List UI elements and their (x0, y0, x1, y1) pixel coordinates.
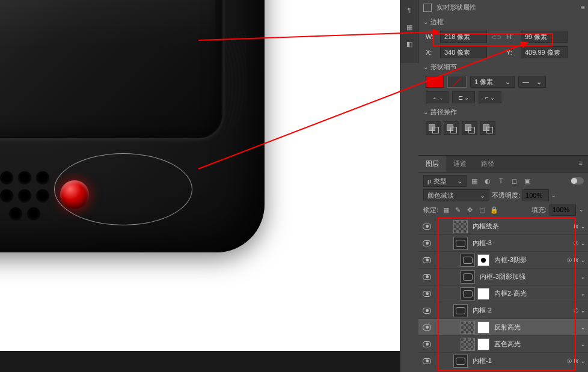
filter-smart-icon[interactable]: ▣ (522, 175, 533, 186)
layer-name-text[interactable]: 内框-3阴影加强 (480, 272, 525, 281)
layer-thumbnail[interactable] (453, 355, 468, 368)
panel-menu-icon[interactable]: ≡ (581, 4, 585, 11)
mask-thumbnail[interactable] (477, 288, 489, 300)
chevron-down-icon[interactable]: ⌄ (580, 240, 585, 246)
path-exclude-icon[interactable] (480, 121, 495, 135)
chevron-down-icon[interactable]: ⌄ (580, 341, 585, 347)
filter-adjust-icon[interactable]: ◐ (482, 175, 493, 186)
layer-item[interactable]: 内框线条fx⌄ (418, 218, 588, 235)
x-input[interactable] (440, 46, 487, 58)
mask-thumbnail[interactable] (477, 338, 489, 350)
stroke-width-dropdown[interactable]: 1 像素⌄ (470, 76, 515, 88)
filter-shape-icon[interactable]: ◻ (509, 175, 519, 186)
stroke-dash-dropdown[interactable]: —⌄ (518, 76, 546, 88)
chevron-down-icon[interactable]: ⌄ (580, 358, 585, 364)
layer-thumbnail[interactable] (453, 304, 468, 317)
layer-thumbnail[interactable] (453, 220, 468, 233)
panel-menu-icon[interactable]: ≡ (573, 156, 588, 172)
eye-icon (423, 325, 431, 331)
visibility-toggle[interactable] (418, 302, 435, 319)
layer-item[interactable]: 反射高光⌄ (418, 319, 588, 336)
layer-item[interactable]: 内框-3⦾⌄ (418, 235, 588, 252)
align-edges-btn[interactable]: ⫠ ⌄ (426, 91, 449, 103)
chevron-down-icon[interactable]: ⌄ (580, 290, 585, 297)
link-icon: ⦾ (567, 257, 572, 264)
y-input[interactable] (521, 46, 568, 58)
adjustments-icon[interactable]: ◧ (403, 37, 416, 50)
layer-thumbnail[interactable] (453, 237, 468, 250)
layer-thumbnail[interactable] (461, 270, 475, 284)
link-wh-icon[interactable]: ⊂⊃ (491, 34, 503, 40)
layer-name-text[interactable]: 内框2-高光 (494, 289, 527, 298)
lock-artboard-icon[interactable]: ▢ (477, 206, 486, 214)
visibility-toggle[interactable] (418, 235, 435, 251)
layer-name-text[interactable]: 内框-1 (473, 356, 492, 365)
tab-paths[interactable]: 路径 (474, 156, 501, 172)
cap-style-btn[interactable]: ⊏ ⌄ (452, 91, 475, 103)
layer-item[interactable]: 内框-1⦾fx⌄ (418, 353, 588, 368)
bounds-section-header[interactable]: 边框 (418, 15, 588, 29)
chevron-down-icon[interactable]: ⌄ (580, 223, 585, 230)
path-combine-icon[interactable] (426, 121, 441, 135)
layer-thumbnail[interactable] (461, 287, 475, 300)
path-ops-section-header[interactable]: 路径操作 (418, 105, 588, 119)
layer-thumbnail[interactable] (461, 254, 475, 267)
layer-thumbnail[interactable] (461, 338, 475, 351)
visibility-toggle[interactable] (418, 319, 435, 335)
fx-badge[interactable]: fx (574, 223, 578, 230)
visibility-toggle[interactable] (418, 252, 435, 268)
link-icon: ⦾ (567, 358, 572, 365)
mask-thumbnail[interactable] (477, 322, 489, 334)
visibility-toggle[interactable] (418, 285, 435, 302)
lock-label: 锁定: (423, 206, 438, 215)
canvas-area[interactable] (0, 0, 400, 372)
mask-thumbnail[interactable] (477, 254, 489, 266)
tab-layers[interactable]: 图层 (418, 156, 446, 172)
filter-pixel-icon[interactable]: ▦ (469, 175, 480, 186)
layer-list[interactable]: 内框线条fx⌄内框-3⦾⌄内框-3阴影⦾fx⌄内框-3阴影加强⌄内框2-高光⌄内… (418, 218, 588, 368)
layer-item[interactable]: 内框-3阴影⦾fx⌄ (418, 252, 588, 269)
layer-item[interactable]: 蓝色高光⌄ (418, 336, 588, 353)
visibility-toggle[interactable] (418, 218, 435, 234)
layer-item[interactable]: 内框-3阴影加强⌄ (418, 269, 588, 285)
visibility-toggle[interactable] (418, 353, 435, 368)
stroke-style-picker[interactable] (447, 76, 467, 88)
chevron-down-icon[interactable]: ⌄ (580, 307, 585, 314)
layer-name-text[interactable]: 内框-2 (473, 306, 492, 315)
fx-badge[interactable]: fx (574, 257, 578, 263)
visibility-toggle[interactable] (418, 269, 435, 285)
filter-type-icon[interactable]: T (495, 175, 506, 186)
visibility-toggle[interactable] (418, 336, 435, 352)
chevron-down-icon[interactable]: ⌄ (580, 273, 585, 280)
blend-mode-select[interactable]: 颜色减淡⌄ (423, 189, 489, 201)
chevron-down-icon[interactable]: ⌄ (580, 324, 585, 331)
layer-item[interactable]: 内框-2⦾⌄ (418, 302, 588, 319)
fill-input[interactable] (550, 204, 576, 216)
lock-all-icon[interactable]: 🔒 (489, 206, 498, 214)
join-style-btn[interactable]: ⌐ ⌄ (479, 91, 501, 103)
path-subtract-icon[interactable] (444, 121, 459, 135)
layer-item[interactable]: 内框2-高光⌄ (418, 285, 588, 302)
lock-transparency-icon[interactable]: ▦ (441, 206, 450, 214)
layer-name-text[interactable]: 蓝色高光 (494, 340, 521, 349)
layer-filter-type[interactable]: ρ 类型 ⌄ (423, 175, 467, 187)
layer-name-text[interactable]: 反射高光 (494, 323, 521, 332)
fx-badge[interactable]: fx (574, 358, 578, 364)
layer-name-text[interactable]: 内框-3 (473, 239, 492, 248)
layer-thumbnail[interactable] (461, 321, 475, 334)
filter-toggle[interactable] (571, 177, 584, 184)
lock-position-icon[interactable]: ✥ (465, 206, 474, 214)
paragraph-icon[interactable]: ¶ (403, 4, 416, 17)
width-input[interactable] (440, 31, 487, 43)
layers-panel: 图层 通道 路径 ≡ ρ 类型 ⌄ ▦ ◐ T ◻ ▣ 颜色减淡⌄ 不透明度 (418, 155, 588, 372)
shape-properties-icon (423, 4, 432, 12)
chevron-down-icon[interactable]: ⌄ (580, 257, 585, 263)
layer-name-text[interactable]: 内框-3阴影 (494, 255, 527, 264)
tab-channels[interactable]: 通道 (446, 156, 474, 172)
opacity-input[interactable] (522, 189, 549, 201)
lock-pixels-icon[interactable]: ✎ (453, 206, 462, 214)
layer-name-text[interactable]: 内框线条 (473, 222, 499, 231)
path-intersect-icon[interactable] (462, 121, 477, 135)
shape-detail-section-header[interactable]: 形状细节 (418, 60, 588, 74)
fill-label: 填充: (531, 206, 547, 215)
